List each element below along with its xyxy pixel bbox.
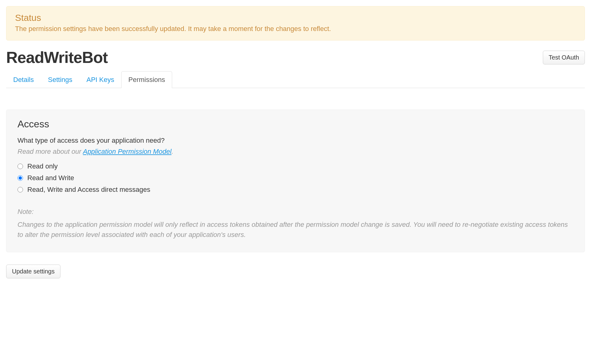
radio-label-read-write[interactable]: Read and Write [27,174,74,182]
tab-details[interactable]: Details [6,71,41,88]
access-hint-prefix: Read more about our [17,148,83,155]
update-settings-button[interactable]: Update settings [6,265,60,278]
tab-list: Details Settings API Keys Permissions [6,71,585,88]
status-banner: Status The permission settings have been… [6,6,585,41]
status-message: The permission settings have been succes… [15,25,576,33]
permission-model-link[interactable]: Application Permission Model [83,148,172,155]
test-oauth-button[interactable]: Test OAuth [543,51,585,64]
radio-row-read-only[interactable]: Read only [17,161,574,172]
note-block: Note: Changes to the application permiss… [17,208,574,240]
note-label: Note: [17,208,574,216]
access-hint: Read more about our Application Permissi… [17,148,574,156]
tab-api-keys[interactable]: API Keys [79,71,121,88]
radio-read-only[interactable] [17,164,23,169]
radio-row-read-write[interactable]: Read and Write [17,172,574,184]
radio-label-read-write-dm[interactable]: Read, Write and Access direct messages [27,186,150,194]
access-hint-suffix: . [172,148,173,155]
tab-permissions[interactable]: Permissions [121,71,172,88]
radio-read-write[interactable] [17,175,23,181]
access-heading: Access [17,118,574,130]
status-title: Status [15,13,576,23]
access-panel: Access What type of access does your app… [6,110,585,252]
page-header: ReadWriteBot Test OAuth [6,48,585,67]
note-text: Changes to the application permission mo… [17,219,574,240]
tab-settings[interactable]: Settings [41,71,79,88]
radio-label-read-only[interactable]: Read only [27,162,58,170]
access-question: What type of access does your applicatio… [17,137,574,145]
app-title: ReadWriteBot [6,48,108,67]
radio-read-write-dm[interactable] [17,187,23,192]
radio-row-read-write-dm[interactable]: Read, Write and Access direct messages [17,184,574,196]
footer-actions: Update settings [6,265,585,278]
access-radio-group: Read only Read and Write Read, Write and… [17,161,574,196]
